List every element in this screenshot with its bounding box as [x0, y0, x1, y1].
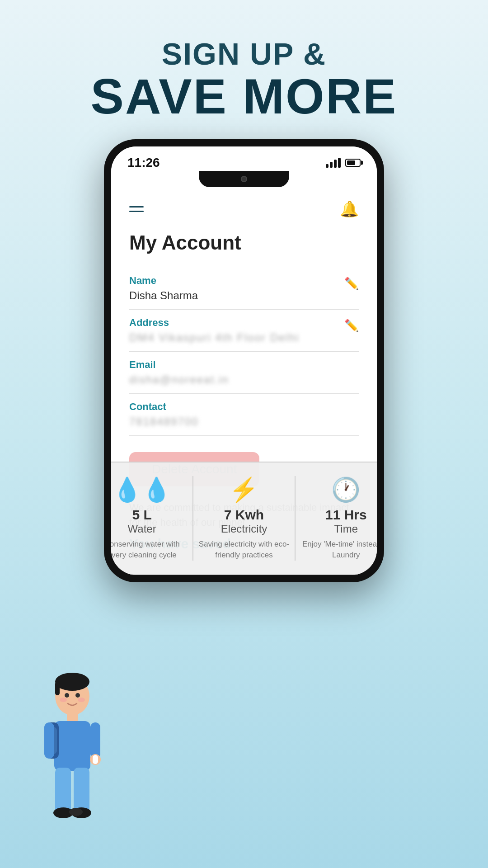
water-drops-icon: 💧💧 [111, 476, 188, 504]
contact-field: Contact 7818489700 [129, 394, 359, 436]
time-unit: Time [300, 523, 377, 535]
svg-point-1 [55, 673, 89, 691]
phone-mockup: 11:26 [0, 139, 488, 582]
contact-label: Contact [129, 401, 359, 413]
hamburger-menu[interactable] [129, 206, 144, 212]
electricity-saving-item: ⚡ 7 Kwh Electricity Saving electricity w… [198, 476, 290, 561]
status-bar: 11:26 [111, 146, 377, 175]
svg-rect-15 [55, 768, 71, 813]
name-field: Name Disha Sharma ✏️ [129, 268, 359, 310]
svg-point-3 [65, 693, 69, 698]
time-amount: 11 Hrs [300, 507, 377, 523]
svg-rect-8 [54, 721, 90, 771]
svg-point-6 [78, 698, 85, 702]
hero-header: SIGN UP & SAVE MORE [0, 0, 488, 139]
divider-1 [192, 476, 193, 561]
svg-rect-11 [44, 722, 54, 759]
electricity-unit: Electricity [198, 523, 290, 535]
time-description: Enjoy 'Me-time' instead of Laundry [300, 539, 377, 561]
svg-rect-12 [90, 722, 100, 759]
electricity-amount: 7 Kwh [198, 507, 290, 523]
phone-frame: 11:26 [104, 139, 384, 582]
svg-rect-7 [67, 712, 78, 722]
water-amount: 5 L [111, 507, 188, 523]
address-label: Address [129, 317, 344, 329]
camera-notch [241, 176, 247, 182]
divider-2 [295, 476, 296, 561]
lightning-icon: ⚡ [198, 476, 290, 504]
name-edit-icon[interactable]: ✏️ [344, 277, 359, 291]
svg-point-4 [75, 693, 80, 698]
savings-card: 💧💧 5 L Water Conserving water with every… [111, 462, 377, 575]
email-label: Email [129, 359, 359, 371]
character-illustration [27, 669, 117, 841]
name-label: Name [129, 275, 344, 287]
svg-rect-16 [74, 768, 89, 813]
email-value: disha@noreeat.in [129, 373, 359, 386]
page-title: My Account [129, 231, 359, 254]
svg-point-19 [69, 808, 83, 816]
svg-point-5 [60, 698, 67, 702]
water-description: Conserving water with every cleaning cyc… [111, 539, 188, 561]
signal-bars-icon [326, 158, 341, 168]
hero-line1: SIGN UP & [0, 36, 488, 71]
address-edit-icon[interactable]: ✏️ [344, 319, 359, 333]
electricity-description: Saving electricity with eco-friendly pra… [198, 539, 290, 561]
address-field: Address DM4 Vikaspuri 4th Floor Delhi ✏️ [129, 310, 359, 352]
top-bar: 🔔 [129, 200, 359, 218]
notification-bell-icon[interactable]: 🔔 [340, 200, 359, 218]
phone-screen: 11:26 [111, 146, 377, 575]
water-unit: Water [111, 523, 188, 535]
address-value: DM4 Vikaspuri 4th Floor Delhi [129, 331, 344, 344]
water-saving-item: 💧💧 5 L Water Conserving water with every… [111, 476, 188, 561]
clock-icon: 🕐 [300, 476, 377, 504]
svg-rect-14 [93, 755, 98, 764]
phone-notch [199, 171, 289, 187]
svg-rect-2 [55, 682, 60, 695]
time-saving-item: 🕐 11 Hrs Time Enjoy 'Me-time' instead of… [300, 476, 377, 561]
hero-line2: SAVE MORE [0, 71, 488, 121]
status-icons [326, 158, 361, 168]
battery-icon [345, 159, 361, 167]
email-field: Email disha@noreeat.in [129, 352, 359, 394]
contact-value: 7818489700 [129, 415, 359, 428]
status-time: 11:26 [127, 156, 160, 170]
name-value: Disha Sharma [129, 289, 344, 302]
